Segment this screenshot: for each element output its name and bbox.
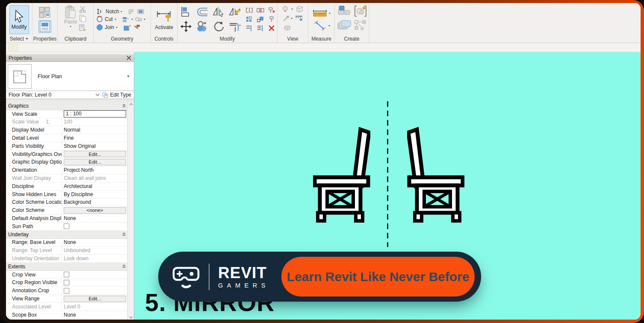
- edit-type-button[interactable]: Edit Type: [102, 92, 131, 98]
- cut-profile-icon[interactable]: [135, 17, 142, 22]
- property-label: Range: Top Level: [6, 247, 62, 254]
- type-selector[interactable]: Floor Plan: [6, 62, 134, 91]
- demolish-hammer-icon[interactable]: [133, 24, 140, 31]
- property-value-text[interactable]: Look down: [64, 255, 89, 261]
- toggle-lightbulb-button[interactable]: [282, 6, 293, 12]
- property-value-button[interactable]: Edit...: [64, 159, 126, 165]
- property-value-text[interactable]: Architectural: [64, 183, 92, 189]
- aligned-dimension-button[interactable]: [313, 20, 330, 31]
- rotate-button[interactable]: [212, 20, 225, 33]
- property-label: Show Hidden Lines: [6, 191, 62, 198]
- copy-icon[interactable]: [79, 15, 87, 22]
- property-value-text[interactable]: By Discipline: [64, 191, 93, 197]
- pin-button[interactable]: [267, 15, 276, 23]
- reveal-hidden-icon[interactable]: [295, 15, 304, 22]
- modify-tool-button[interactable]: Modify: [9, 5, 29, 34]
- match-type-icon[interactable]: [79, 24, 87, 31]
- mirror-pick-axis-button[interactable]: [212, 6, 225, 18]
- array-button[interactable]: [245, 15, 254, 23]
- property-value-button[interactable]: Edit...: [64, 151, 126, 157]
- paste-button[interactable]: Paste: [64, 5, 77, 28]
- create-group-icon[interactable]: [354, 5, 367, 17]
- property-value-text[interactable]: Project North: [64, 167, 94, 173]
- select-dropdown[interactable]: Select: [6, 35, 32, 43]
- property-row: Visibility/Graphics Overr...Edit...: [6, 150, 127, 159]
- chevron-down-icon: [328, 25, 330, 27]
- split-element-button[interactable]: [245, 6, 254, 14]
- property-value-text[interactable]: Unbounded: [64, 247, 90, 253]
- property-value-text[interactable]: Fine: [64, 135, 74, 141]
- property-label: Scope Box: [6, 311, 62, 319]
- coping-icon[interactable]: [122, 16, 130, 22]
- unpin-button[interactable]: [267, 6, 276, 14]
- cut-clipboard-icon[interactable]: [79, 6, 87, 13]
- property-value-text[interactable]: 100: [64, 119, 72, 125]
- copy-button[interactable]: [196, 20, 209, 33]
- beam-icon[interactable]: [137, 9, 145, 15]
- chevron-down-icon: [115, 19, 116, 21]
- property-checkbox[interactable]: [64, 280, 69, 285]
- trim-single-button[interactable]: [245, 24, 254, 32]
- controls-panel: Activate Controls: [151, 3, 177, 43]
- offset-button[interactable]: [196, 6, 209, 18]
- property-value-text[interactable]: Level 0: [64, 304, 80, 310]
- divider: [6, 99, 134, 102]
- align-button[interactable]: [180, 6, 192, 18]
- split-with-gap-button[interactable]: [256, 6, 265, 14]
- property-value-text[interactable]: Normal: [64, 127, 80, 133]
- property-value-button[interactable]: <none>: [64, 207, 126, 214]
- section-header-row[interactable]: Graphics: [6, 102, 127, 110]
- collapse-icon[interactable]: [122, 232, 126, 236]
- chair-mirrored[interactable]: [407, 126, 464, 223]
- chair-original[interactable]: [313, 126, 370, 223]
- property-label: Sun Path: [6, 223, 62, 230]
- type-properties-button[interactable]: [38, 6, 52, 19]
- create-component-icon[interactable]: [337, 5, 352, 17]
- create-similar-icon[interactable]: [337, 20, 352, 31]
- cut-geometry-button[interactable]: Cut: [96, 16, 145, 23]
- notch-button[interactable]: Notch: [96, 9, 145, 15]
- property-value-text[interactable]: None: [64, 215, 76, 221]
- property-value-input[interactable]: 1 : 100: [64, 110, 126, 117]
- property-value-text[interactable]: Background: [64, 199, 91, 205]
- trim-extend-button[interactable]: [228, 20, 241, 33]
- property-value-button[interactable]: Edit...: [64, 296, 126, 302]
- chevron-down-icon[interactable]: [95, 94, 100, 97]
- instance-name[interactable]: Floor Plan: Level 0: [9, 92, 51, 98]
- close-icon[interactable]: [127, 56, 131, 60]
- property-label: Orientation: [6, 166, 62, 174]
- measure-button[interactable]: [312, 10, 331, 17]
- section-header-row[interactable]: Extents: [6, 263, 127, 271]
- collapse-icon[interactable]: [122, 264, 126, 268]
- activate-dimensions-icon[interactable]: [156, 10, 173, 23]
- property-value-text[interactable]: Show Original: [64, 143, 96, 149]
- cta-button[interactable]: Learn Revit Like Never Before: [281, 257, 475, 297]
- property-checkbox[interactable]: [64, 288, 69, 294]
- scale-button[interactable]: [256, 15, 265, 23]
- activate-label[interactable]: Activate: [155, 24, 173, 30]
- collapse-icon[interactable]: [122, 104, 126, 108]
- default-3d-icon[interactable]: [295, 5, 304, 13]
- properties-palette-button[interactable]: [38, 20, 51, 33]
- paste-icon: [64, 5, 77, 19]
- properties-scrollbar[interactable]: [127, 102, 134, 320]
- chevron-down-icon: [131, 19, 133, 21]
- property-checkbox[interactable]: [64, 223, 69, 229]
- join-button[interactable]: Join: [96, 24, 140, 31]
- trim-multiple-button[interactable]: [256, 24, 265, 32]
- section-box-icon[interactable]: [282, 24, 293, 31]
- property-value-text[interactable]: None: [64, 239, 76, 245]
- property-value-text[interactable]: Clean all wall joins: [64, 175, 106, 181]
- wall-joins-icon[interactable]: [128, 9, 135, 15]
- drawing-canvas[interactable]: 5. MIRROR REVIT: [134, 52, 641, 320]
- linework-brush-button[interactable]: [282, 15, 293, 21]
- section-header-row[interactable]: Underlay: [6, 231, 127, 239]
- paint-icon[interactable]: [124, 24, 131, 31]
- move-button[interactable]: [180, 20, 192, 33]
- mirror-draw-axis-button[interactable]: [228, 6, 241, 18]
- property-value: Look down: [62, 255, 127, 262]
- property-value-text[interactable]: None: [64, 312, 76, 318]
- delete-button[interactable]: [267, 24, 276, 32]
- property-checkbox[interactable]: [64, 272, 69, 277]
- legend-component-icon[interactable]: [354, 20, 367, 31]
